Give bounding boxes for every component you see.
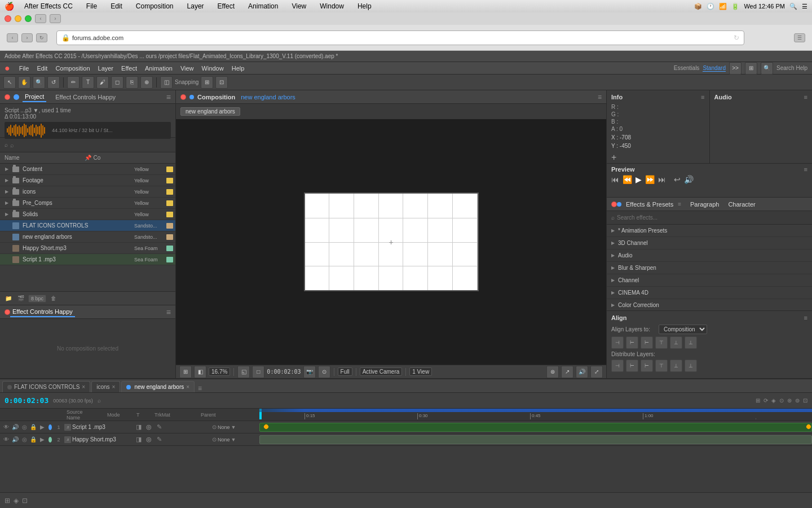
layer2-shy[interactable]: ◨ bbox=[134, 436, 143, 443]
viewer-export-btn[interactable]: ↗ bbox=[561, 366, 573, 378]
layer1-expand[interactable]: ▶ bbox=[38, 423, 46, 431]
ae-menu-effect[interactable]: Effect bbox=[118, 64, 140, 73]
menu-effect[interactable]: Effect bbox=[214, 2, 238, 10]
preview-prev-btn[interactable]: ⏪ bbox=[623, 175, 632, 184]
standard-label[interactable]: Standard bbox=[703, 65, 726, 72]
tab-close-flaticons[interactable]: × bbox=[82, 384, 85, 390]
sidebar-toggle[interactable]: ☰ bbox=[794, 33, 805, 42]
layer1-solo[interactable]: ◎ bbox=[20, 423, 28, 431]
traffic-light-close[interactable] bbox=[5, 15, 11, 22]
file-row-newengland[interactable]: new england arbors Sandsto... bbox=[0, 231, 175, 243]
layer2-render[interactable]: ◎ bbox=[144, 436, 153, 443]
text-tool[interactable]: T bbox=[82, 76, 94, 89]
effects-item-audio[interactable]: ▶ Audio bbox=[607, 249, 812, 262]
effects-item-cinema4d[interactable]: ▶ CINEMA 4D bbox=[607, 287, 812, 299]
timeline-motion-btn[interactable]: ⊡ bbox=[22, 497, 28, 505]
preview-play-btn[interactable]: ▶ bbox=[636, 175, 642, 184]
dist-bottom-btn[interactable]: ⊥ bbox=[685, 360, 697, 372]
layer1-audio[interactable]: 🔊 bbox=[11, 423, 19, 431]
layer2-solo[interactable]: ◎ bbox=[20, 436, 28, 444]
menu-window[interactable]: Window bbox=[316, 2, 347, 10]
effects-item-channel[interactable]: ▶ Channel bbox=[607, 274, 812, 287]
viewer-snap-btn[interactable]: ⊞ bbox=[179, 366, 192, 378]
info-menu[interactable]: ≡ bbox=[701, 94, 704, 100]
file-row-icons[interactable]: ▶ icons Yellow bbox=[0, 186, 175, 198]
dist-center-h-btn[interactable]: ⊢ bbox=[626, 360, 638, 372]
align-right-btn[interactable]: ⊢ bbox=[641, 336, 653, 349]
project-tab-label[interactable]: Project bbox=[23, 92, 46, 102]
effects-item-animation[interactable]: ▶ * Animation Presets bbox=[607, 225, 812, 237]
timeline-toggle5[interactable]: ⊛ bbox=[787, 397, 792, 404]
ae-menu-help[interactable]: Help bbox=[228, 64, 248, 73]
list-icon[interactable]: ☰ bbox=[802, 3, 807, 10]
workspace-expand[interactable]: >> bbox=[729, 62, 742, 75]
menu-help[interactable]: Help bbox=[354, 2, 375, 10]
project-search-input[interactable] bbox=[10, 142, 171, 148]
browser-forward[interactable]: › bbox=[21, 33, 33, 42]
file-row-flaticons[interactable]: FLAT ICONS CONTROLS Sandsto... bbox=[0, 220, 175, 231]
comp-close[interactable] bbox=[180, 94, 186, 100]
zoom-tool[interactable]: 🔍 bbox=[33, 76, 45, 89]
search-help-label[interactable]: Search Help bbox=[776, 65, 807, 71]
ec-menu-btn[interactable]: ≡ bbox=[166, 308, 171, 317]
viewer-regions-btn[interactable]: □ bbox=[252, 366, 264, 378]
timeline-toggle2[interactable]: ⟳ bbox=[764, 397, 768, 404]
file-row-footage[interactable]: ▶ Footage Yellow bbox=[0, 175, 175, 186]
viewer-camera-icon[interactable]: 📷 bbox=[303, 366, 316, 378]
effects-tab-main[interactable]: Effects & Presets bbox=[624, 201, 676, 208]
layer2-audio[interactable]: 🔊 bbox=[11, 436, 19, 444]
dist-top-btn[interactable]: ⊤ bbox=[655, 360, 668, 372]
timeline-current-time[interactable]: 0:00:02:03 bbox=[5, 396, 48, 405]
tab-close-newengland[interactable]: × bbox=[186, 384, 189, 390]
align-center-h-btn[interactable]: ⊢ bbox=[626, 336, 638, 349]
menu-edit[interactable]: Edit bbox=[107, 2, 126, 10]
info-plus-btn[interactable]: + bbox=[611, 152, 705, 163]
align-left-btn[interactable]: ⊣ bbox=[611, 336, 624, 349]
workspace-icon1[interactable]: ⊞ bbox=[745, 62, 757, 75]
ec-tab-label[interactable]: Effect Controls Happy bbox=[10, 307, 75, 317]
project-close[interactable] bbox=[5, 94, 10, 100]
viewer-zoom[interactable]: 16.7% bbox=[209, 367, 230, 376]
timeline-tab-newengland[interactable]: new england arbors × bbox=[121, 381, 195, 392]
ae-menu-view[interactable]: View bbox=[177, 64, 197, 73]
viewer-audio-btn[interactable]: 🔊 bbox=[576, 366, 588, 378]
workspace-search[interactable]: 🔍 bbox=[761, 62, 773, 75]
timeline-comp-btn[interactable]: ◈ bbox=[14, 497, 19, 505]
brush-tool[interactable]: 🖌 bbox=[96, 76, 109, 89]
viewer-comp-btn[interactable]: ◧ bbox=[194, 366, 206, 378]
eraser-tool[interactable]: ◻ bbox=[111, 76, 123, 89]
file-row-happyshort[interactable]: Happy Short.mp3 Sea Foam bbox=[0, 243, 175, 254]
layer2-pencil[interactable]: ✎ bbox=[155, 436, 164, 443]
new-comp-btn[interactable]: 🎬 bbox=[16, 294, 26, 304]
effects-menu-icon[interactable]: ≡ bbox=[678, 201, 681, 207]
timeline-toggle7[interactable]: ⊡ bbox=[803, 397, 807, 404]
layer1-render[interactable]: ◎ bbox=[144, 423, 153, 431]
tab-close-icons[interactable]: × bbox=[112, 384, 116, 390]
viewer-expand-btn[interactable]: ⤢ bbox=[590, 366, 603, 378]
ae-menu-file[interactable]: File bbox=[16, 64, 33, 73]
preview-menu[interactable]: ≡ bbox=[804, 166, 807, 173]
timeline-toggle6[interactable]: ⊚ bbox=[795, 397, 800, 404]
viewer-3d-btn[interactable]: ⊙ bbox=[318, 366, 330, 378]
timeline-toggle1[interactable]: ⊞ bbox=[756, 397, 760, 404]
comp-tag-label[interactable]: new england arbors bbox=[180, 107, 240, 116]
puppet-tool[interactable]: ⊕ bbox=[140, 76, 153, 89]
effects-tab-paragraph[interactable]: Paragraph bbox=[688, 201, 721, 208]
browser-refresh[interactable]: ↻ bbox=[36, 33, 47, 42]
essentials-label[interactable]: Essentials bbox=[674, 65, 700, 71]
project-menu-btn[interactable]: ≡ bbox=[166, 93, 171, 102]
viewer-time[interactable]: 0:00:02:03 bbox=[267, 369, 301, 375]
menu-file[interactable]: File bbox=[83, 2, 100, 10]
dist-center-v-btn[interactable]: ⊥ bbox=[670, 360, 682, 372]
layer-row-2[interactable]: 👁 🔊 ◎ 🔒 ▶ 2 ♬ Happy Short.mp3 ◨ ◎ ✎ ⊙ bbox=[0, 433, 259, 446]
effect-controls-label[interactable]: Effect Controls Happy bbox=[53, 93, 118, 102]
layer1-pencil[interactable]: ✎ bbox=[155, 423, 164, 431]
effects-item-3dchannel[interactable]: ▶ 3D Channel bbox=[607, 237, 812, 249]
menu-layer[interactable]: Layer bbox=[184, 2, 208, 10]
hand-tool[interactable]: ✋ bbox=[18, 76, 30, 89]
file-row-solids[interactable]: ▶ Solids Yellow bbox=[0, 209, 175, 220]
delete-btn[interactable]: 🗑 bbox=[48, 294, 59, 304]
viewer-quality[interactable]: Full bbox=[338, 367, 352, 376]
effects-item-blur[interactable]: ▶ Blur & Sharpen bbox=[607, 262, 812, 274]
file-row-content[interactable]: ▶ Content Yellow bbox=[0, 164, 175, 175]
